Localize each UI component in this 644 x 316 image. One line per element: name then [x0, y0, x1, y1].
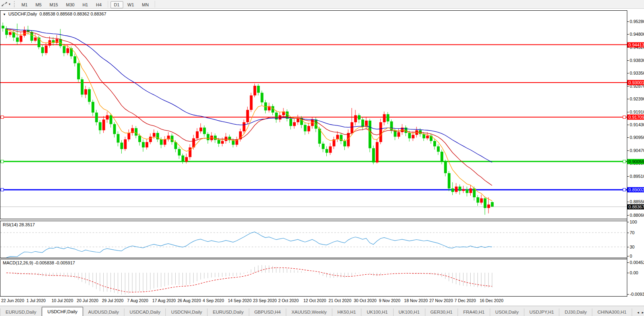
candle-body — [113, 124, 116, 134]
candle-body — [9, 32, 12, 35]
price-axis-tick: 0.88060 — [630, 213, 644, 218]
candle-body — [279, 115, 281, 119]
price-axis-tick: 0.92390 — [630, 96, 644, 101]
timeframe-button-h4[interactable]: H4 — [92, 1, 105, 8]
candle-body — [77, 63, 80, 79]
price-axis-tick: 0.89510 — [630, 174, 644, 179]
tab-dj30-daily[interactable]: DJ30,Daily — [559, 308, 592, 316]
level-price-badge: 0.89002 — [627, 187, 644, 192]
level-handle[interactable] — [1, 116, 4, 119]
level-handle[interactable] — [623, 188, 626, 191]
macd-chart-canvas[interactable] — [0, 259, 627, 296]
timeframe-button-w1[interactable]: W1 — [124, 1, 138, 8]
candle-body — [124, 139, 127, 149]
rsi-value: 28.3517 — [19, 222, 35, 227]
tab-usdjpy-h1[interactable]: USDJPY,H1 — [524, 308, 560, 316]
tab-ger30-h1[interactable]: GER30,H1 — [425, 308, 458, 316]
candle-body — [171, 136, 173, 142]
price-axis-border[interactable] — [627, 10, 627, 297]
level-handle[interactable] — [623, 116, 626, 119]
timeframe-button-m30[interactable]: M30 — [62, 1, 78, 8]
candles — [2, 23, 494, 215]
chart-ohlc-values: 0.88538 0.88568 0.88362 0.88367 — [39, 12, 106, 16]
candle-body — [81, 79, 83, 94]
tab-usdcnh-daily[interactable]: USDCNH,Daily — [166, 308, 208, 316]
candle-body — [440, 152, 443, 162]
collapse-triangle-icon[interactable]: ▼ — [3, 13, 6, 16]
tab-usoil-daily[interactable]: USOil,Daily — [490, 308, 524, 316]
date-label: 10 Jul 2020 — [52, 298, 73, 303]
date-label: 18 Nov 2020 — [404, 298, 428, 303]
date-label: 12 Oct 2020 — [303, 298, 326, 303]
date-label: 29 Jul 2020 — [102, 298, 123, 303]
candle-body — [217, 140, 220, 143]
timeframe-button-m5[interactable]: M5 — [32, 1, 45, 8]
toolbar-grip[interactable] — [14, 1, 15, 7]
candle-body — [30, 32, 33, 40]
candle-body — [412, 135, 415, 139]
candle-body — [448, 173, 450, 188]
candle-body — [120, 143, 123, 149]
candle-body — [48, 40, 51, 46]
candle-body — [88, 89, 91, 102]
date-label: 14 Sep 2020 — [228, 298, 252, 303]
date-label: 16 Dec 2020 — [480, 298, 504, 303]
date-label: 20 Jul 2020 — [77, 298, 98, 303]
level-handle[interactable] — [623, 160, 626, 163]
candle-body — [84, 89, 87, 95]
tab-xauusd-weekly[interactable]: XAUUSD,Weekly — [286, 308, 332, 316]
timeframe-button-mn[interactable]: MN — [138, 1, 152, 8]
tab-usdchf-daily[interactable]: USDCHF,Daily — [42, 307, 83, 316]
candle-body — [293, 122, 296, 126]
macd-histogram — [3, 265, 492, 295]
tab-hk50-h1[interactable]: HK50,H1 — [332, 308, 362, 316]
date-label: 26 Aug 2020 — [178, 298, 201, 303]
candle-body — [200, 127, 202, 131]
tab-audusd-daily[interactable]: AUDUSD,Daily — [83, 308, 124, 316]
level-handle[interactable] — [1, 188, 4, 191]
timeframe-button-m1[interactable]: M1 — [18, 1, 31, 8]
macd-axis-tick: 0.004527 — [630, 260, 644, 265]
candle-body — [484, 198, 487, 208]
tabs-scroll-left-icon[interactable]: ◂ — [637, 310, 639, 314]
tab-usdcad-daily[interactable]: USDCAD,Daily — [124, 308, 166, 316]
candle-body — [163, 139, 166, 145]
macd-axis-tick: -0.009348 — [630, 292, 644, 297]
price-chart-canvas[interactable] — [0, 11, 627, 219]
rsi-line — [6, 232, 492, 258]
tab-eurusd-daily[interactable]: EURUSD,Daily — [208, 308, 249, 316]
price-axis-tick: 0.90950 — [630, 135, 644, 140]
tab-uk100-h1[interactable]: UK100,H1 — [361, 308, 393, 316]
timeframe-button-h1[interactable]: H1 — [79, 1, 91, 8]
tab-uk100-h1[interactable]: UK100,H1 — [394, 308, 425, 316]
rsi-axis-tick: 30 — [630, 245, 634, 249]
timeframe-button-d1[interactable]: D1 — [111, 1, 123, 8]
candle-body — [2, 26, 4, 29]
tab-fra40-h1[interactable]: FRA40,H1 — [458, 308, 490, 316]
candle-body — [261, 93, 264, 102]
candle-body — [433, 141, 436, 146]
candle-body — [386, 114, 389, 121]
candle-body — [369, 121, 371, 148]
chevron-down-icon[interactable]: ▾ — [9, 2, 10, 6]
tab-eurusd-daily[interactable]: EURUSD,Daily — [0, 308, 42, 316]
timeframe-buttons: M1M5M15M30H1H4D1W1MN — [17, 1, 157, 8]
candle-body — [19, 36, 22, 42]
candle-body — [160, 139, 163, 145]
timeframe-button-m15[interactable]: M15 — [46, 1, 62, 8]
candle-body — [242, 122, 245, 131]
tab-china300-h1[interactable]: CHINA300,H1 — [592, 308, 632, 316]
tab-gbpusd-h4[interactable]: GBPUSD,H4 — [249, 308, 286, 316]
cursor-arrows-icon[interactable] — [1, 2, 8, 7]
ma-fast-line — [6, 30, 492, 201]
macd-values: -0.005838 -0.005917 — [34, 260, 75, 265]
rsi-chart-canvas[interactable] — [0, 221, 627, 258]
candle-body — [361, 119, 364, 127]
level-handle[interactable] — [1, 160, 4, 163]
chart-tab-bar: EURUSD,DailyUSDCHF,DailyAUDUSD,DailyUSDC… — [0, 306, 644, 316]
price-axis-tick: 0.88550 — [630, 199, 644, 204]
candle-body — [128, 133, 130, 139]
candle-body — [423, 134, 425, 139]
candle-body — [16, 38, 19, 42]
tabs-scroll-right-icon[interactable]: ▸ — [642, 310, 644, 314]
